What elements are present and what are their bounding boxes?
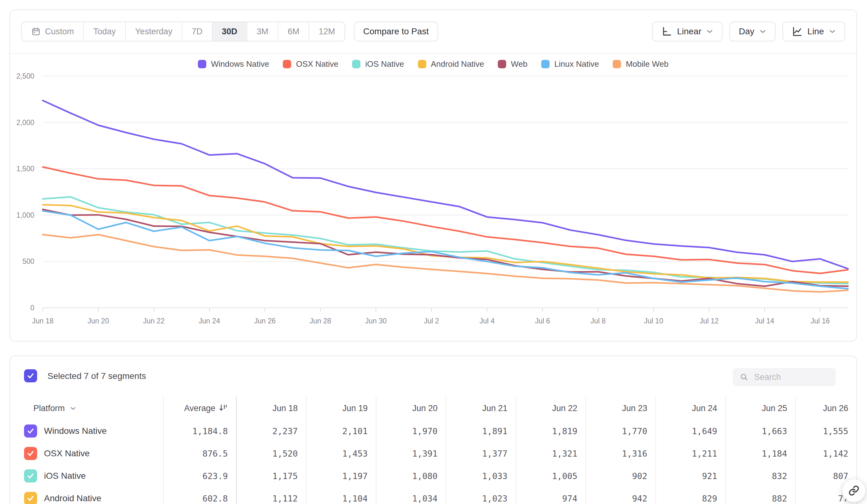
- average-column-header[interactable]: Average: [163, 404, 236, 413]
- legend-label: Android Native: [431, 59, 484, 69]
- svg-text:Jul 14: Jul 14: [755, 317, 774, 325]
- svg-text:1,500: 1,500: [16, 165, 34, 173]
- svg-text:Jun 26: Jun 26: [254, 317, 276, 325]
- svg-text:Jul 6: Jul 6: [535, 317, 550, 325]
- legend-item[interactable]: Web: [498, 59, 527, 69]
- search-input[interactable]: [754, 372, 829, 382]
- interval-dropdown[interactable]: Day: [729, 22, 775, 42]
- row-checkbox[interactable]: [24, 447, 37, 460]
- date-column-header[interactable]: Jun 23: [586, 404, 655, 413]
- average-value: 876.5: [163, 449, 236, 459]
- table-row-ios-native: iOS Native623.91,1751,1971,0801,0331,005…: [10, 465, 856, 487]
- row-checkbox[interactable]: [24, 492, 37, 504]
- range-label: Custom: [45, 27, 74, 36]
- average-header-label: Average: [184, 404, 215, 413]
- cell-value: 1,197: [306, 471, 376, 481]
- cell-value: 1,005: [516, 471, 586, 481]
- cell-value: 1,663: [725, 426, 795, 436]
- range-label: Yesterday: [135, 27, 172, 36]
- cell-value: 829: [655, 494, 725, 503]
- range-label: 6M: [288, 27, 300, 36]
- series-line-osx-native[interactable]: [43, 167, 848, 273]
- legend-swatch: [198, 60, 206, 68]
- date-column-header[interactable]: Jun 26: [795, 404, 857, 413]
- date-column-header[interactable]: Jun 21: [446, 404, 516, 413]
- range-today[interactable]: Today: [84, 22, 126, 41]
- row-checkbox[interactable]: [24, 425, 37, 438]
- check-icon: [26, 472, 35, 480]
- linear-axis-icon: [661, 26, 672, 37]
- date-column-header[interactable]: Jun 24: [655, 404, 725, 413]
- svg-text:1,000: 1,000: [16, 211, 34, 219]
- chart-legend: Windows NativeOSX NativeiOS NativeAndroi…: [10, 59, 856, 69]
- range-label: 30D: [222, 27, 237, 36]
- table-toolbar: Selected 7 of 7 segments: [10, 356, 856, 397]
- date-column-header[interactable]: Jun 18: [236, 404, 306, 413]
- copy-link-button[interactable]: [842, 479, 865, 502]
- check-icon: [26, 372, 35, 380]
- svg-text:Jul 16: Jul 16: [811, 317, 829, 325]
- date-column-header[interactable]: Jun 20: [376, 404, 446, 413]
- legend-label: Windows Native: [211, 59, 269, 69]
- date-column-header[interactable]: Jun 19: [306, 404, 376, 413]
- cell-value: 902: [586, 471, 655, 481]
- svg-text:Jul 4: Jul 4: [479, 317, 495, 325]
- range-12m[interactable]: 12M: [309, 22, 344, 41]
- line-chart-plot[interactable]: 05001,0001,5002,0002,500Jun 18Jun 20Jun …: [10, 72, 856, 336]
- cell-value: 1,211: [655, 449, 725, 459]
- analytics-dashboard: { "toolbar": { "date_ranges": ["Custom",…: [0, 0, 867, 504]
- platform-header-label: Platform: [33, 404, 65, 413]
- svg-text:2,500: 2,500: [16, 72, 34, 80]
- row-checkbox[interactable]: [24, 469, 37, 482]
- legend-swatch: [283, 60, 291, 68]
- chevron-down-icon: [70, 406, 76, 410]
- range-6m[interactable]: 6M: [278, 22, 310, 41]
- svg-text:Jul 2: Jul 2: [424, 317, 439, 325]
- date-column-header[interactable]: Jun 25: [725, 404, 795, 413]
- check-icon: [26, 494, 35, 502]
- range-label: 12M: [319, 27, 335, 36]
- svg-text:Jul 10: Jul 10: [644, 317, 663, 325]
- compare-to-past-button[interactable]: Compare to Past: [354, 22, 438, 42]
- legend-item[interactable]: iOS Native: [352, 59, 404, 69]
- range-custom[interactable]: Custom: [22, 22, 84, 41]
- cell-value: 1,891: [446, 426, 516, 436]
- segments-table-card: Selected 7 of 7 segments PlatformAverage…: [9, 355, 857, 504]
- series-line-windows-native[interactable]: [43, 100, 848, 269]
- chart-type-dropdown[interactable]: Line: [782, 22, 845, 42]
- range-30d[interactable]: 30D: [213, 22, 247, 41]
- chart-type-label: Line: [807, 26, 824, 36]
- legend-label: Web: [511, 59, 527, 69]
- platform-name: OSX Native: [44, 449, 89, 459]
- cell-value: 2,237: [236, 426, 306, 436]
- cell-value: 1,033: [446, 471, 516, 481]
- series-line-mobile-web[interactable]: [43, 234, 848, 292]
- legend-item[interactable]: OSX Native: [283, 59, 338, 69]
- cell-value: 807: [795, 471, 857, 481]
- search-box: [733, 368, 836, 386]
- svg-text:0: 0: [30, 304, 34, 312]
- svg-text:Jun 28: Jun 28: [310, 317, 331, 325]
- check-icon: [26, 449, 35, 458]
- select-all-checkbox[interactable]: [24, 369, 37, 382]
- sort-descending-icon: [218, 404, 228, 413]
- range-7d[interactable]: 7D: [182, 22, 213, 41]
- cell-value: 974: [516, 494, 586, 503]
- svg-text:Jul 12: Jul 12: [699, 317, 718, 325]
- cell-value: 1,453: [306, 449, 376, 459]
- date-column-header[interactable]: Jun 22: [516, 404, 586, 413]
- legend-item[interactable]: Android Native: [418, 59, 484, 69]
- chart-card: CustomTodayYesterday7D30D3M6M12M Compare…: [9, 9, 857, 341]
- platform-column-header[interactable]: Platform: [10, 404, 163, 413]
- scale-dropdown[interactable]: Linear: [652, 22, 722, 42]
- range-3m[interactable]: 3M: [247, 22, 278, 41]
- legend-item[interactable]: Windows Native: [198, 59, 269, 69]
- range-yesterday[interactable]: Yesterday: [126, 22, 182, 41]
- cell-value: 1,321: [516, 449, 586, 459]
- cell-value: 1,112: [236, 494, 306, 503]
- legend-swatch: [613, 60, 621, 68]
- date-range-segmented-control: CustomTodayYesterday7D30D3M6M12M: [21, 22, 345, 42]
- legend-item[interactable]: Mobile Web: [613, 59, 668, 69]
- cell-value: 2,101: [306, 426, 376, 436]
- legend-item[interactable]: Linux Native: [541, 59, 599, 69]
